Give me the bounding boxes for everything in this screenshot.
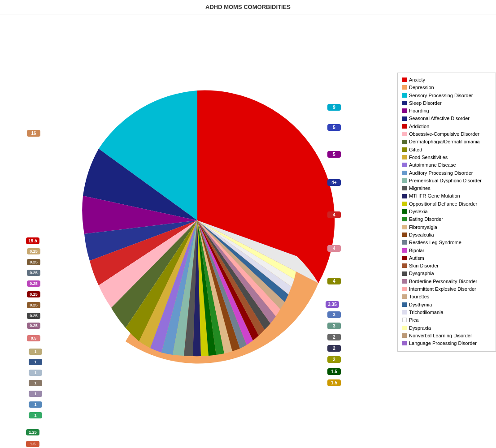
legend-color-swatch [402,263,407,268]
label-1b: 1 [29,359,42,365]
legend-item: Obsessive-Compulsive Disorder [402,131,491,137]
label-1a: 1 [29,349,42,355]
label-195: 19.5 [26,237,39,244]
label-15c: 1.5 [26,441,39,447]
legend-label: Hoarding [409,108,429,114]
legend-label: Bipolar [409,247,424,254]
legend-label: Pica [409,317,418,323]
label-1c: 1 [29,370,42,376]
label-15b: 1.5 [327,379,341,386]
legend-color-swatch [402,287,407,291]
legend-item: Sensory Processing Disorder [402,92,491,99]
label-15a: 1.5 [327,368,341,375]
legend-label: Addiction [409,123,429,129]
legend-color-swatch [402,248,407,253]
label-025e: 0.25 [27,291,40,297]
legend-item: Autoimmune Disease [402,162,491,168]
legend-color-swatch [402,225,407,229]
legend-label: Fibromyalgia [409,224,437,230]
legend-label: Dyspraxia [409,325,431,331]
legend-color-swatch [402,256,407,260]
label-1f: 1 [29,401,42,408]
legend-item: Fibromyalgia [402,224,491,230]
legend-item: Nonverbal Learning Disorder [402,332,491,339]
label-05: 0.5 [27,335,40,341]
legend-label: Obsessive-Compulsive Disorder [409,131,479,137]
legend-color-swatch [402,132,407,136]
legend-item: Borderline Personality Disorder [402,278,491,284]
legend-color-swatch [402,171,407,175]
legend-color-swatch [402,85,407,90]
legend-label: Borderline Personality Disorder [409,278,477,284]
legend-label: Gifted [409,146,422,153]
legend-item: Skin Disorder [402,263,491,269]
legend-item: Dermatophagia/Dermatillomania [402,138,491,145]
legend-item: Dyscalculia [402,232,491,238]
legend-item: Eating Disorder [402,216,491,222]
legend-color-swatch [402,233,407,237]
label-025d: 0.25 [27,280,40,287]
label-025c: 0.25 [27,270,40,276]
legend-item: Pica [402,317,491,323]
legend-color-swatch [402,124,407,129]
legend-color-swatch [402,240,407,245]
legend-label: Autism [409,255,424,261]
legend-color-swatch [402,163,407,167]
legend-color-swatch [402,194,407,198]
legend-color-swatch [402,186,407,190]
legend-color-swatch [402,209,407,214]
legend-item: Language Processing Disorder [402,340,491,346]
pie-chart [45,41,350,377]
legend-item: Intermittent Explosive Disorder [402,286,491,292]
legend-color-swatch [402,78,407,82]
legend-label: Food Sensitivities [409,154,448,160]
legend-label: Dyscalculia [409,232,434,238]
legend-item: Anxiety [402,77,491,83]
legend-color-swatch [402,140,407,144]
legend-item: Trichotillomania [402,309,491,315]
legend-item: MTHFR Gene Mutation [402,193,491,199]
legend-label: Nonverbal Learning Disorder [409,332,472,339]
legend-box: AnxietyDepressionSensory Processing Diso… [397,73,496,352]
label-3b: 3 [327,323,341,329]
label-025b: 0.25 [27,259,40,265]
legend-color-swatch [402,326,407,330]
legend-label: Anxiety [409,77,425,83]
legend-color-swatch [402,318,407,322]
legend-label: Premenstrual Dysphoric Disorder [409,177,482,184]
label-5b: 5 [327,151,341,158]
label-1e: 1 [29,391,42,397]
label-2a: 2 [327,334,341,340]
legend-color-swatch [402,101,407,105]
legend-label: Depression [409,84,434,90]
label-16: 16 [27,130,40,137]
legend-label: Oppositional Defiance Disorder [409,201,477,207]
legend-item: Bipolar [402,247,491,254]
legend-item: Hoarding [402,108,491,114]
legend-color-swatch [402,310,407,314]
legend-label: Sensory Processing Disorder [409,92,473,99]
legend-label: Sleep Disorder [409,100,442,106]
legend-color-swatch [402,202,407,206]
label-4plus: 4+ [327,179,341,186]
legend-item: Autism [402,255,491,261]
legend-color-swatch [402,279,407,284]
label-1g: 1 [29,412,42,418]
legend-item: Dysgraphia [402,270,491,276]
label-4c: 4 [327,278,341,284]
legend-item: Oppositional Defiance Disorder [402,201,491,207]
legend-item: Depression [402,84,491,90]
label-1d: 1 [29,380,42,386]
chart-title: ADHD MOMS COMORBIDITIES [205,4,291,10]
legend-label: Auditory Processing Disorder [409,170,473,176]
legend-color-swatch [402,294,407,299]
legend-color-swatch [402,116,407,121]
legend-item: Dyslexia [402,208,491,215]
legend-color-swatch [402,155,407,159]
legend-label: Dyslexia [409,208,428,215]
label-125: 1.25 [26,429,39,435]
label-3a: 3 [327,311,341,318]
legend-label: Intermittent Explosive Disorder [409,286,476,292]
legend-color-swatch [402,271,407,276]
label-9: 9 [327,104,341,111]
